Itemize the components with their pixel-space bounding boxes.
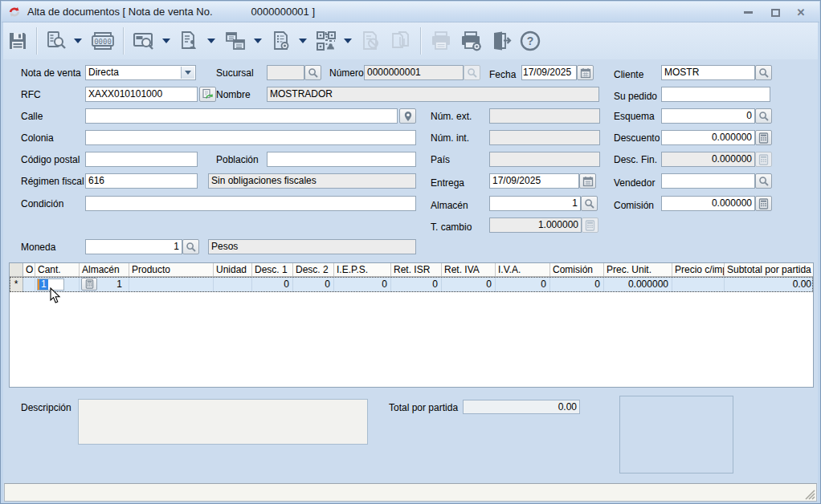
display-search-dropdown-arrow[interactable] bbox=[162, 39, 170, 43]
rfc-validate-button[interactable] bbox=[199, 87, 216, 102]
grid-header-ret-isr[interactable]: Ret. ISR bbox=[391, 263, 442, 276]
nota-de-venta-combobox[interactable]: Directa bbox=[85, 65, 196, 80]
display-search-button[interactable] bbox=[129, 26, 159, 56]
grid-header-iva[interactable]: I.V.A. bbox=[496, 263, 550, 276]
calendar-icon bbox=[580, 67, 591, 79]
cell-desc2[interactable]: 0 bbox=[293, 277, 334, 292]
client-document-button[interactable] bbox=[175, 26, 204, 56]
descripcion-textarea[interactable] bbox=[78, 399, 368, 445]
descuento-label: Descuento bbox=[614, 132, 660, 144]
cant-calculator-button[interactable] bbox=[81, 278, 97, 291]
inventory-dropdown-arrow[interactable] bbox=[254, 39, 262, 43]
cell-prec-unit[interactable]: 0.000000 bbox=[604, 277, 672, 292]
cell-subtotal[interactable]: 0.00 bbox=[725, 277, 815, 292]
inventory-button[interactable] bbox=[220, 26, 251, 56]
qr-code-button[interactable] bbox=[312, 26, 341, 56]
desc-fin-calculator-button bbox=[755, 152, 772, 167]
toolbar-separator bbox=[420, 27, 422, 55]
document-search-dropdown-arrow[interactable] bbox=[74, 39, 82, 43]
grid-header-desc2[interactable]: Desc. 2 bbox=[293, 263, 334, 276]
grid-header-precio-cimp[interactable]: Precio c/imp bbox=[672, 263, 725, 276]
cell-ret-iva[interactable]: 0 bbox=[442, 277, 496, 292]
app-logo-icon bbox=[8, 6, 21, 18]
cell-iva[interactable]: 0 bbox=[496, 277, 550, 292]
codigo-postal-field[interactable] bbox=[85, 152, 198, 167]
total-por-partida-field: 0.00 bbox=[463, 400, 580, 414]
document-search-button[interactable] bbox=[42, 26, 71, 56]
condicion-label: Condición bbox=[21, 197, 63, 210]
regimen-fiscal-field[interactable]: 616 bbox=[85, 173, 198, 189]
nota-de-venta-dropdown-button[interactable] bbox=[181, 67, 194, 79]
fecha-field[interactable]: 17/09/2025 bbox=[521, 65, 577, 80]
cell-ret-isr[interactable]: 0 bbox=[391, 277, 442, 292]
rfc-field[interactable]: XAXX010101000 bbox=[85, 87, 198, 102]
su-pedido-field[interactable] bbox=[661, 87, 770, 102]
grid-header-comision[interactable]: Comisión bbox=[550, 263, 604, 276]
comision-field[interactable]: 0.000000 bbox=[661, 196, 755, 211]
pais-field bbox=[489, 152, 600, 167]
vendedor-field[interactable] bbox=[661, 173, 755, 189]
minimize-button[interactable] bbox=[739, 6, 757, 18]
nota-de-venta-label: Nota de venta bbox=[21, 67, 81, 79]
grid-header-subtotal[interactable]: Subtotal por partida bbox=[725, 263, 815, 276]
descuento-field[interactable]: 0.000000 bbox=[661, 130, 755, 145]
cell-desc1[interactable]: 0 bbox=[252, 277, 293, 292]
cell-precio-cimp[interactable] bbox=[672, 277, 725, 292]
cell-ieps[interactable]: 0 bbox=[334, 277, 391, 292]
calle-field[interactable] bbox=[85, 108, 398, 124]
moneda-search-button[interactable] bbox=[182, 239, 199, 254]
calle-location-button[interactable] bbox=[399, 108, 416, 124]
client-document-dropdown-arrow[interactable] bbox=[207, 39, 215, 43]
t-cambio-field: 1.000000 bbox=[489, 217, 582, 233]
copy-document-button bbox=[386, 26, 416, 56]
entrega-field[interactable]: 17/09/2025 bbox=[489, 173, 579, 189]
almacen-field[interactable]: 1 bbox=[489, 196, 581, 211]
help-button[interactable]: ? bbox=[516, 26, 545, 56]
colonia-field[interactable] bbox=[85, 130, 416, 145]
cliente-field[interactable]: MOSTR bbox=[661, 65, 755, 80]
document-status-button[interactable] bbox=[267, 26, 296, 56]
esquema-search-button[interactable] bbox=[755, 108, 772, 124]
resize-grip[interactable] bbox=[804, 489, 815, 500]
copy-document-icon bbox=[389, 30, 413, 52]
cell-producto[interactable] bbox=[129, 277, 214, 292]
grid-header-almacen[interactable]: Almacén bbox=[80, 263, 129, 276]
cell-almacen[interactable]: 1 bbox=[80, 277, 129, 292]
document-status-dropdown-arrow[interactable] bbox=[299, 39, 307, 43]
moneda-field[interactable]: 1 bbox=[85, 239, 182, 254]
qr-code-dropdown-arrow[interactable] bbox=[344, 39, 352, 43]
grid-header-desc1[interactable]: Desc. 1 bbox=[252, 263, 293, 276]
close-button[interactable]: ✕ bbox=[792, 6, 810, 18]
condicion-field[interactable] bbox=[85, 196, 416, 211]
folio-button[interactable]: 0000 bbox=[87, 26, 119, 56]
vendedor-search-button[interactable] bbox=[755, 173, 772, 189]
sucursal-search-button[interactable] bbox=[304, 65, 321, 80]
grid-header-o[interactable]: O bbox=[23, 263, 35, 276]
entrega-calendar-button[interactable] bbox=[579, 173, 596, 189]
grid-header-ieps[interactable]: I.E.P.S. bbox=[334, 263, 391, 276]
print-config-button[interactable] bbox=[456, 26, 487, 56]
grid-header-cant[interactable]: Cant. bbox=[35, 263, 80, 276]
exit-button[interactable] bbox=[487, 26, 516, 56]
search-icon bbox=[186, 242, 197, 253]
grid-header-producto[interactable]: Producto bbox=[129, 263, 214, 276]
comision-calculator-button[interactable] bbox=[755, 196, 772, 211]
grid-header-ret-iva[interactable]: Ret. IVA bbox=[442, 263, 496, 276]
grid-row[interactable]: * 1 1 0 0 0 0 0 0 0 0.00000 bbox=[10, 277, 813, 292]
fecha-calendar-button[interactable] bbox=[577, 65, 594, 80]
esquema-field[interactable]: 0 bbox=[661, 108, 755, 124]
poblacion-field[interactable] bbox=[267, 152, 416, 167]
grid-header-prec-unit[interactable]: Prec. Unit. bbox=[604, 263, 672, 276]
cliente-search-button[interactable] bbox=[755, 65, 772, 80]
grid-header-unidad[interactable]: Unidad bbox=[214, 263, 252, 276]
cell-o[interactable] bbox=[23, 277, 35, 292]
almacen-search-button[interactable] bbox=[581, 196, 598, 211]
items-grid[interactable]: O Cant. Almacén Producto Unidad Desc. 1 … bbox=[9, 262, 814, 388]
cell-unidad[interactable] bbox=[214, 277, 252, 292]
descuento-calculator-button[interactable] bbox=[755, 130, 772, 145]
moneda-descripcion-field: Pesos bbox=[208, 239, 416, 254]
t-cambio-label: T. cambio bbox=[431, 221, 472, 234]
cell-comision[interactable]: 0 bbox=[550, 277, 604, 292]
restore-button[interactable] bbox=[766, 6, 784, 18]
save-button[interactable] bbox=[3, 26, 32, 56]
